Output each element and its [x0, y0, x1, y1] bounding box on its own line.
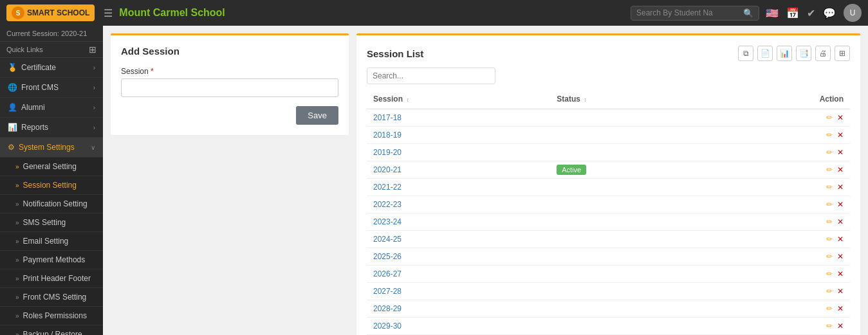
sidebar-subitem-session-setting[interactable]: » Session Setting — [0, 176, 103, 195]
subitem-label-payment: Payment Methods — [23, 255, 86, 264]
subitem-label-general: General Setting — [23, 162, 77, 171]
calendar-icon[interactable]: 📅 — [786, 7, 799, 19]
list-action-icons: ⧉ 📄 📊 📑 🖨 ⊞ — [738, 46, 850, 61]
search-icon[interactable]: 🔍 — [743, 8, 753, 18]
session-search-input[interactable] — [367, 68, 495, 84]
table-row: 2026-27 ✏ ✕ — [367, 266, 850, 283]
cell-session: 2023-24 — [367, 213, 550, 231]
delete-button[interactable]: ✕ — [837, 200, 844, 209]
delete-button[interactable]: ✕ — [837, 148, 844, 157]
delete-button[interactable]: ✕ — [837, 113, 844, 122]
whatsapp-icon[interactable]: 💬 — [823, 7, 836, 19]
sort-arrow-session[interactable]: ↕ — [406, 96, 409, 103]
pdf-icon[interactable]: 📑 — [796, 46, 811, 61]
cell-session: 2024-25 — [367, 231, 550, 248]
flag-icon[interactable]: 🇺🇸 — [766, 7, 779, 19]
sort-arrow-status[interactable]: ↕ — [584, 96, 587, 103]
delete-button[interactable]: ✕ — [837, 287, 844, 296]
copy-icon[interactable]: ⧉ — [738, 46, 753, 61]
logo[interactable]: S SMART SCHOOL — [6, 5, 95, 21]
sidebar-item-alumni[interactable]: 👤 Alumni › — [0, 98, 103, 118]
edit-button[interactable]: ✏ — [826, 269, 833, 278]
cell-status — [550, 127, 711, 144]
sidebar-subitem-email-setting[interactable]: » Email Setting — [0, 232, 103, 251]
edit-button[interactable]: ✏ — [826, 304, 833, 313]
csv-icon[interactable]: 📄 — [757, 46, 773, 61]
edit-button[interactable]: ✏ — [826, 131, 833, 140]
sidebar-subitem-payment-methods[interactable]: » Payment Methods — [0, 251, 103, 269]
session-list-title: Session List — [367, 48, 423, 59]
delete-button[interactable]: ✕ — [837, 252, 844, 261]
sidebar-subitem-print-header-footer[interactable]: » Print Header Footer — [0, 269, 103, 288]
table-row: 2020-21 Active ✏ ✕ — [367, 161, 850, 179]
cell-session: 2029-30 — [367, 318, 550, 335]
sidebar-subitem-roles-permissions[interactable]: » Roles Permissions — [0, 307, 103, 325]
delete-button[interactable]: ✕ — [837, 269, 844, 278]
delete-button[interactable]: ✕ — [837, 183, 844, 192]
excel-icon[interactable]: 📊 — [777, 46, 792, 61]
top-navigation: S SMART SCHOOL ☰ Mount Carmel School 🔍 🇺… — [0, 0, 868, 26]
hamburger-icon[interactable]: ☰ — [104, 7, 113, 19]
cell-status — [550, 179, 711, 196]
col-header-status: Status ↕ — [550, 89, 711, 109]
save-button[interactable]: Save — [296, 106, 338, 125]
sidebar-item-front-cms[interactable]: 🌐 Front CMS › — [0, 78, 103, 98]
edit-button[interactable]: ✏ — [826, 252, 833, 261]
session-input[interactable] — [121, 78, 338, 97]
sidebar-label-system-settings: System Settings — [19, 143, 75, 152]
edit-button[interactable]: ✏ — [826, 217, 833, 226]
edit-button[interactable]: ✏ — [826, 165, 833, 174]
settings-icon: ⚙ — [8, 143, 15, 152]
print-icon[interactable]: 🖨 — [815, 46, 831, 61]
sidebar-subitem-sms-setting[interactable]: » SMS Setting — [0, 213, 103, 232]
sub-arrow-icon-4: » — [15, 219, 19, 226]
edit-button[interactable]: ✏ — [826, 200, 833, 209]
cell-session: 2018-19 — [367, 127, 550, 144]
cell-action: ✏ ✕ — [711, 213, 850, 231]
table-row: 2022-23 ✏ ✕ — [367, 196, 850, 213]
quick-links-label: Quick Links — [6, 46, 43, 53]
cell-action: ✏ ✕ — [711, 266, 850, 283]
table-row: 2029-30 ✏ ✕ — [367, 318, 850, 335]
subitem-label-backup: Backup / Restore — [23, 330, 82, 335]
col-header-action: Action — [711, 89, 850, 109]
edit-button[interactable]: ✏ — [826, 321, 833, 330]
add-session-panel: Add Session Session * Save — [111, 33, 349, 135]
edit-button[interactable]: ✏ — [826, 287, 833, 296]
delete-button[interactable]: ✕ — [837, 304, 844, 313]
delete-button[interactable]: ✕ — [837, 217, 844, 226]
cell-session: 2021-22 — [367, 179, 550, 196]
sidebar-subitem-general-setting[interactable]: » General Setting — [0, 158, 103, 176]
cell-action: ✏ ✕ — [711, 318, 850, 335]
checkmark-icon[interactable]: ✔ — [807, 7, 815, 19]
sidebar: Current Session: 2020-21 Quick Links ⊞ 🏅… — [0, 26, 103, 335]
table-row: 2024-25 ✏ ✕ — [367, 231, 850, 248]
sidebar-label-certificate: Certificate — [21, 63, 56, 72]
avatar[interactable]: U — [844, 4, 862, 22]
sidebar-item-certificate[interactable]: 🏅 Certificate › — [0, 58, 103, 78]
edit-button[interactable]: ✏ — [826, 113, 833, 122]
columns-icon[interactable]: ⊞ — [835, 46, 850, 61]
delete-button[interactable]: ✕ — [837, 235, 844, 244]
sidebar-item-reports[interactable]: 📊 Reports › — [0, 118, 103, 138]
delete-button[interactable]: ✕ — [837, 321, 844, 330]
edit-button[interactable]: ✏ — [826, 235, 833, 244]
sidebar-label-front-cms: Front CMS — [21, 83, 59, 92]
edit-button[interactable]: ✏ — [826, 148, 833, 157]
search-input[interactable] — [636, 8, 739, 17]
sidebar-subitem-notification-setting[interactable]: » Notification Setting — [0, 195, 103, 213]
delete-button[interactable]: ✕ — [837, 165, 844, 174]
cell-status — [550, 109, 711, 127]
sidebar-subitem-backup-restore[interactable]: » Backup / Restore — [0, 325, 103, 335]
cell-session: 2026-27 — [367, 266, 550, 283]
delete-button[interactable]: ✕ — [837, 131, 844, 140]
sub-arrow-icon-8: » — [15, 294, 19, 301]
table-row: 2023-24 ✏ ✕ — [367, 213, 850, 231]
edit-button[interactable]: ✏ — [826, 183, 833, 192]
sidebar-label-alumni: Alumni — [21, 103, 45, 112]
sidebar-subitem-front-cms-setting[interactable]: » Front CMS Setting — [0, 288, 103, 307]
grid-icon[interactable]: ⊞ — [89, 44, 97, 55]
sidebar-item-system-settings[interactable]: ⚙ System Settings ∨ — [0, 138, 103, 158]
table-row: 2019-20 ✏ ✕ — [367, 144, 850, 161]
table-row: 2018-19 ✏ ✕ — [367, 127, 850, 144]
